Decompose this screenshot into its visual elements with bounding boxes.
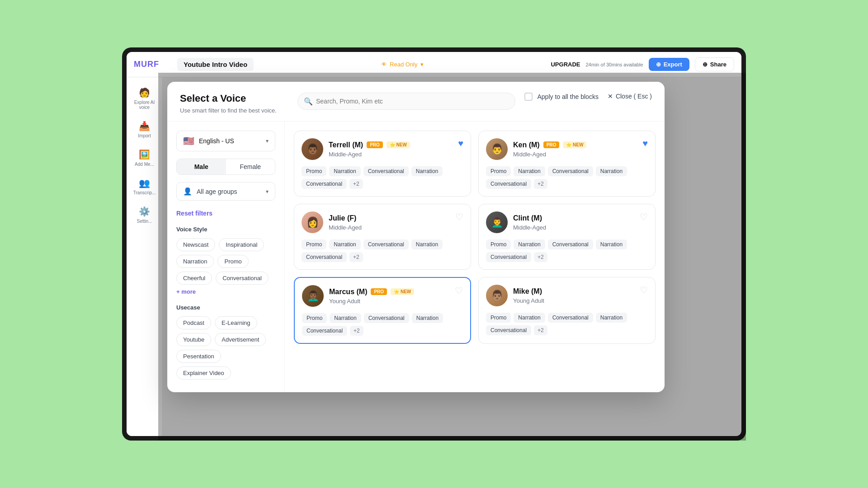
export-button[interactable]: ⊕ Export (649, 58, 689, 71)
language-select[interactable]: 🇺🇸 English - US ▾ (176, 131, 275, 151)
filter-tag-conversational[interactable]: Conversational (216, 272, 269, 285)
time-label: 24min of 30mins available (586, 62, 643, 67)
tag-more: +2 (534, 325, 547, 335)
settings-icon: ⚙️ (139, 206, 150, 217)
tag-narration2: Narration (596, 239, 627, 249)
tag-narration2: Narration (412, 313, 443, 323)
tag-narration2: Narration (596, 313, 627, 323)
voice-style-tags: Newscast Inspirational Narration Promo C… (176, 238, 275, 285)
voice-tags-mike: Promo Narration Conversational Narration… (486, 313, 648, 335)
add-media-icon: 🖼️ (139, 149, 150, 160)
heart-button-marcus[interactable]: ♡ (455, 285, 463, 296)
tag-narration2: Narration (411, 239, 443, 249)
person-icon: 👤 (183, 187, 192, 196)
tag-narration2: Narration (411, 166, 443, 176)
tag-conversational: Conversational (548, 166, 593, 176)
voice-card-header-mike: 👨🏽 Mike (M) Young Adult (486, 285, 648, 306)
filter-tag-advertisement[interactable]: Advertisement (215, 333, 266, 346)
filter-tag-elearning[interactable]: E-Learning (215, 316, 257, 329)
reset-filters-link[interactable]: Reset filters (176, 210, 275, 217)
tag-narration: Narration (330, 313, 361, 323)
search-icon: 🔍 (304, 97, 313, 106)
voice-name-row-terrell: Terrell (M) PRO ⭐ NEW (329, 141, 463, 149)
tag-conversational: Conversational (363, 166, 409, 176)
apply-all-label: Apply to all the blocks (537, 93, 598, 100)
voice-age-marcus: Young Adult (329, 298, 463, 305)
voice-card-header-julie: 👩 Julie (F) Middle-Aged (302, 211, 463, 233)
search-input[interactable] (297, 93, 515, 110)
apply-all-section: Apply to all the blocks (524, 93, 598, 101)
tag-narration: Narration (514, 313, 545, 323)
voice-card-clint[interactable]: 👨‍🦱 Clint (M) Middle-Aged (478, 204, 656, 270)
gender-female-button[interactable]: Female (226, 159, 275, 174)
voice-tags-ken: Promo Narration Conversational Narration… (486, 166, 648, 189)
pro-badge-ken: PRO (543, 141, 560, 148)
sidebar-item-settings[interactable]: ⚙️ Settin... (129, 202, 160, 228)
voice-card-marcus[interactable]: 👨🏾‍🦱 Marcus (M) PRO ⭐ NEW Young Adult (294, 277, 471, 344)
modal-overlay[interactable]: Select a Voice Use smart filter to find … (158, 77, 741, 436)
tag-conversational2: Conversational (486, 179, 531, 189)
apply-all-checkbox[interactable] (524, 93, 533, 101)
sidebar-item-transcribe[interactable]: 👥 Transcrip... (129, 173, 160, 200)
eye-icon: 👁 (381, 61, 387, 68)
top-center: 👁 Read Only ▾ (261, 61, 543, 68)
voice-avatar-marcus: 👨🏾‍🦱 (302, 285, 324, 307)
sidebar-item-import[interactable]: 📥 Import (129, 116, 160, 143)
voice-card-header-ken: 👨 Ken (M) PRO ⭐ NEW Middle-Aged (486, 138, 648, 160)
share-button[interactable]: ⊕ Share (695, 57, 734, 71)
filter-tag-narration[interactable]: Narration (176, 255, 214, 268)
heart-button-clint[interactable]: ♡ (640, 211, 648, 222)
tag-conversational2: Conversational (486, 325, 531, 335)
usecase-tags: Podcast E-Learning Youtube Advertisement… (176, 316, 275, 380)
tag-narration: Narration (329, 239, 360, 249)
voice-style-more[interactable]: + more (176, 288, 275, 295)
tag-more: +2 (534, 252, 547, 262)
tag-narration: Narration (514, 239, 545, 249)
filter-tag-youtube[interactable]: Youtube (176, 333, 211, 346)
voice-info-julie: Julie (F) Middle-Aged (329, 214, 463, 231)
chevron-down-age-icon: ▾ (266, 188, 269, 195)
tag-conversational2: Conversational (302, 252, 347, 262)
heart-button-ken[interactable]: ♥ (642, 138, 648, 149)
main-area: 🧑 Explore AI voice 📥 Import 🖼️ Add Me...… (127, 77, 741, 436)
tag-narration: Narration (329, 166, 360, 176)
voice-card-mike[interactable]: 👨🏽 Mike (M) Young Adult (478, 277, 656, 344)
filter-tag-presentation[interactable]: Pesentation (176, 350, 221, 363)
filter-tag-podcast[interactable]: Podcast (176, 316, 211, 329)
voice-tags-marcus: Promo Narration Conversational Narration… (302, 313, 463, 336)
sidebar-item-add-media[interactable]: 🖼️ Add Me... (129, 145, 160, 171)
transcribe-icon: 👥 (139, 178, 150, 188)
filter-tag-explainer[interactable]: Explainer Video (176, 366, 231, 380)
voice-name-terrell: Terrell (M) (329, 141, 363, 149)
voice-card-terrell[interactable]: 👨🏾 Terrell (M) PRO ⭐ NEW Middle-Aged (294, 131, 471, 197)
tag-more: +2 (349, 179, 363, 189)
voice-age-ken: Middle-Aged (513, 151, 648, 158)
voice-name-julie: Julie (F) (329, 214, 356, 222)
upgrade-button[interactable]: UPGRADE (551, 61, 580, 68)
voice-tags-clint: Promo Narration Conversational Narration… (486, 239, 648, 262)
voice-avatar-clint: 👨‍🦱 (486, 211, 508, 233)
tag-conversational: Conversational (364, 313, 409, 323)
filter-tag-cheerful[interactable]: Cheerful (176, 272, 212, 285)
voice-card-ken[interactable]: 👨 Ken (M) PRO ⭐ NEW Middle-Aged (478, 131, 656, 197)
project-title[interactable]: Youtube Intro Video (177, 58, 254, 71)
sidebar-item-explore[interactable]: 🧑 Explore AI voice (129, 83, 160, 114)
filter-tag-inspirational[interactable]: Inspirational (219, 238, 264, 251)
heart-button-julie[interactable]: ♡ (455, 211, 463, 222)
voice-card-julie[interactable]: 👩 Julie (F) Middle-Aged P (294, 204, 471, 270)
age-select[interactable]: 👤 All age groups ▾ (176, 182, 275, 201)
read-only-badge[interactable]: 👁 Read Only ▾ (381, 61, 423, 68)
voice-info-mike: Mike (M) Young Adult (513, 287, 648, 304)
voice-avatar-julie: 👩 (302, 211, 323, 233)
filter-tag-promo[interactable]: Promo (217, 255, 248, 268)
chevron-down-icon: ▾ (266, 138, 269, 144)
gender-male-button[interactable]: Male (177, 159, 226, 174)
voice-avatar-mike: 👨🏽 (486, 285, 508, 306)
voice-name-row-clint: Clint (M) (513, 214, 648, 222)
close-button[interactable]: ✕ Close ( Esc ) (608, 93, 652, 100)
plus-circle-icon-share: ⊕ (703, 61, 708, 68)
heart-button-mike[interactable]: ♡ (640, 285, 648, 296)
tag-narration: Narration (514, 166, 545, 176)
filter-tag-newscast[interactable]: Newscast (176, 238, 215, 251)
heart-button-terrell[interactable]: ♥ (458, 138, 463, 149)
